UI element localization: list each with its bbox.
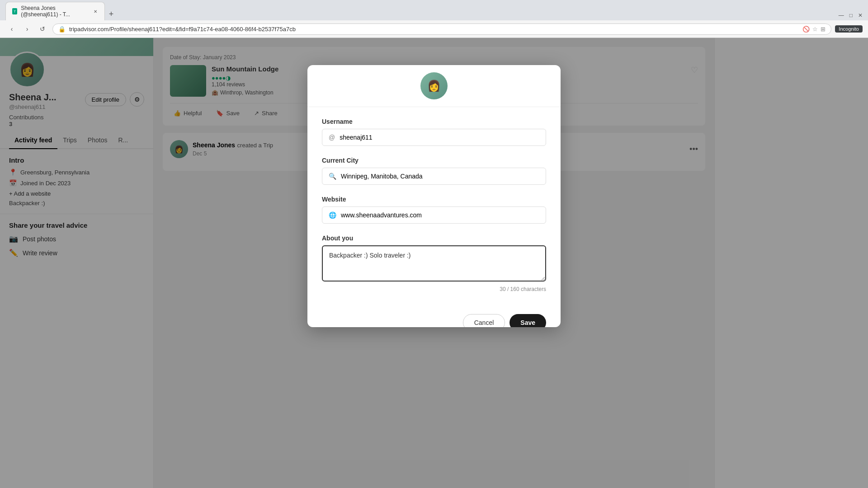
address-bar[interactable]: 🔒 tripadvisor.com/Profile/sheenaj611?edi…: [52, 23, 831, 35]
current-city-form-group: Current City 🔍: [322, 157, 546, 185]
tab-close-button[interactable]: ✕: [92, 8, 98, 15]
globe-icon: 🌐: [329, 211, 336, 219]
address-bar-row: ‹ › ↺ 🔒 tripadvisor.com/Profile/sheenaj6…: [0, 20, 868, 38]
cancel-button[interactable]: Cancel: [463, 314, 505, 327]
forward-button[interactable]: ›: [21, 23, 33, 35]
website-input-wrapper: 🌐: [322, 206, 546, 224]
nav-controls: ‹ › ↺: [5, 23, 49, 35]
modal-top-avatar-section: 👩: [307, 65, 561, 107]
modal-avatar-emoji: 👩: [427, 80, 441, 92]
at-icon: @: [329, 134, 335, 141]
address-bar-actions: Incognito: [835, 25, 863, 33]
modal-body: Username @ Current City 🔍 Web: [307, 107, 561, 314]
website-input[interactable]: [341, 211, 539, 219]
url-text: tripadvisor.com/Profile/sheenaj611?edit=…: [69, 26, 296, 33]
active-tab[interactable]: T Sheena Jones (@sheenaj611) - T... ✕: [5, 2, 105, 20]
save-button[interactable]: Save: [509, 314, 546, 327]
close-window-button[interactable]: ✕: [856, 10, 864, 20]
tab-favicon: T: [12, 8, 17, 14]
new-tab-button[interactable]: +: [105, 8, 118, 20]
back-button[interactable]: ‹: [5, 23, 18, 35]
edit-profile-modal: 👩 Username @ Current City 🔍: [307, 65, 561, 327]
username-input-wrapper: @: [322, 129, 546, 146]
window-icon: ⊞: [821, 26, 826, 33]
about-label: About you: [322, 235, 546, 242]
lock-icon: 🔒: [58, 26, 66, 33]
current-city-input-wrapper: 🔍: [322, 168, 546, 185]
reload-button[interactable]: ↺: [36, 23, 49, 35]
modal-footer: Cancel Save: [307, 314, 561, 327]
about-form-group: About you Backpacker :) Solo traveler :)…: [322, 235, 546, 292]
minimize-button[interactable]: —: [837, 10, 846, 20]
modal-avatar: 👩: [420, 72, 448, 99]
browser-chrome: T Sheena Jones (@sheenaj611) - T... ✕ + …: [0, 0, 868, 38]
username-input[interactable]: [340, 134, 539, 141]
current-city-input[interactable]: [341, 173, 539, 180]
tab-bar: T Sheena Jones (@sheenaj611) - T... ✕ + …: [0, 0, 868, 20]
char-count: 30 / 160 characters: [322, 286, 546, 292]
website-label: Website: [322, 196, 546, 203]
current-city-label: Current City: [322, 157, 546, 164]
maximize-button[interactable]: □: [848, 10, 854, 20]
incognito-badge: Incognito: [835, 25, 863, 33]
search-icon: 🔍: [329, 173, 336, 180]
main-content: 👩 Sheena J... @sheenaj611 Contributions …: [0, 38, 868, 488]
modal-overlay[interactable]: 👩 Username @ Current City 🔍: [0, 38, 868, 488]
eye-off-icon: 🚫: [802, 26, 810, 33]
username-form-group: Username @: [322, 118, 546, 146]
about-textarea[interactable]: Backpacker :) Solo traveler :): [322, 245, 546, 282]
website-form-group: Website 🌐: [322, 196, 546, 224]
username-label: Username: [322, 118, 546, 125]
star-icon: ☆: [812, 26, 818, 33]
tab-title: Sheena Jones (@sheenaj611) - T...: [21, 5, 89, 18]
